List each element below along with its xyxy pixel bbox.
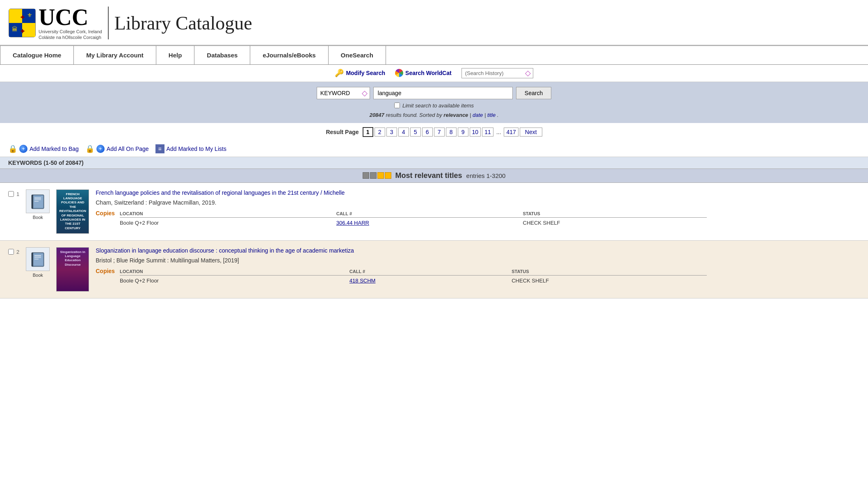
item-1-cover: FRENCH LANGUAGE POLICIES AND THE REVITAL… xyxy=(56,189,89,234)
call-number-link-2[interactable]: 418 SCHM xyxy=(349,278,376,284)
svg-rect-16 xyxy=(32,253,43,266)
modify-search-icon: 🔑 xyxy=(335,68,344,77)
book-label-1: Book xyxy=(33,215,43,220)
item-2-copies-table: Copies LOCATION CALL # STATUS Boole Q+2 … xyxy=(96,268,707,285)
item-2-copies-inner: LOCATION CALL # STATUS Boole Q+2 Floor 4… xyxy=(120,268,707,285)
pagination: Result Page 1 2 3 4 5 6 7 8 9 10 11 ... … xyxy=(0,123,868,141)
item-1-number: 1 xyxy=(16,191,19,197)
search-worldcat-link[interactable]: Search WorldCat xyxy=(395,69,452,77)
add-all-on-page-button[interactable]: 🔒 + Add All On Page xyxy=(85,144,149,153)
most-relevant-title: Most relevant titles xyxy=(395,171,462,180)
nav-item-catalogue-home[interactable]: Catalogue Home xyxy=(0,46,74,64)
item-1-checkbox[interactable] xyxy=(8,191,14,197)
status-header-1: STATUS xyxy=(523,210,707,218)
search-worldcat-label: Search WorldCat xyxy=(405,70,452,76)
item-2-content: Sloganization in language education disc… xyxy=(96,247,860,285)
item-1-title-link[interactable]: French language policies and the revital… xyxy=(96,189,860,196)
page-10[interactable]: 10 xyxy=(470,128,481,137)
add-marked-bag-icon: + xyxy=(19,145,27,153)
svg-text:✦: ✦ xyxy=(20,14,25,21)
search-input[interactable] xyxy=(373,87,513,99)
callnum-value-2: 418 SCHM xyxy=(349,275,512,285)
svg-rect-14 xyxy=(32,195,33,209)
logo-area: ✦ ✦ 🏛 ⚜ UCC University College Cork, Ire… xyxy=(8,6,252,41)
search-type-select[interactable]: KEYWORD TITLE AUTHOR SUBJECT xyxy=(317,87,370,99)
worldcat-icon xyxy=(395,69,403,77)
add-all-icon: + xyxy=(96,145,105,153)
book-label-2: Book xyxy=(33,273,43,278)
item-2-cover: Sloganization in Language Education Disc… xyxy=(56,247,89,292)
rel-icon-3 xyxy=(377,172,384,179)
add-all-label: Add All On Page xyxy=(107,146,149,152)
svg-rect-20 xyxy=(32,253,33,267)
svg-rect-10 xyxy=(32,196,43,208)
page-next[interactable]: Next xyxy=(520,128,542,137)
svg-text:🏛: 🏛 xyxy=(12,26,18,32)
limit-label: Limit search to available items xyxy=(402,103,474,109)
location-header-2: LOCATION xyxy=(120,268,349,276)
page-3[interactable]: 3 xyxy=(386,128,397,137)
page-8[interactable]: 8 xyxy=(446,128,457,137)
page-7[interactable]: 7 xyxy=(434,128,445,137)
nav-item-help[interactable]: Help xyxy=(156,46,195,64)
page-6[interactable]: 6 xyxy=(422,128,433,137)
actions-bar: 🔒 + Add Marked to Bag 🔒 + Add All On Pag… xyxy=(0,141,868,157)
svg-text:⚜: ⚜ xyxy=(27,12,32,18)
search-row: KEYWORD TITLE AUTHOR SUBJECT ◇ Search xyxy=(317,87,551,99)
page-ellipsis: ... xyxy=(495,128,503,136)
table-row: Boole Q+2 Floor 306.44 HARR CHECK SHELF xyxy=(120,217,707,228)
item-2-number: 2 xyxy=(16,249,19,255)
status-header-2: STATUS xyxy=(512,268,707,276)
sort-relevance: relevance xyxy=(443,112,468,118)
status-value-2: CHECK SHELF xyxy=(512,275,707,285)
item-2-checkbox[interactable] xyxy=(8,249,14,255)
page-11[interactable]: 11 xyxy=(482,128,493,137)
item-2-title-link[interactable]: Sloganization in language education disc… xyxy=(96,247,860,254)
item-2-publisher: Bristol ; Blue Ridge Summit : Multilingu… xyxy=(96,257,860,264)
call-number-link-1[interactable]: 306.44 HARR xyxy=(336,220,369,226)
search-bar: KEYWORD TITLE AUTHOR SUBJECT ◇ Search Li… xyxy=(0,82,868,123)
page-9[interactable]: 9 xyxy=(458,128,468,137)
modify-search-label: Modify Search xyxy=(346,70,385,76)
callnum-header-2: CALL # xyxy=(349,268,512,276)
item-1-content: French language policies and the revital… xyxy=(96,189,860,228)
most-relevant-bar: Most relevant titles entries 1-3200 xyxy=(0,169,868,183)
results-count: 20847 xyxy=(370,112,384,118)
copies-label-2: Copies xyxy=(96,268,120,285)
table-row: Boole Q+2 Floor 418 SCHM CHECK SHELF xyxy=(120,275,707,285)
add-marked-to-bag-button[interactable]: 🔒 + Add Marked to Bag xyxy=(8,144,79,153)
nav-item-my-library-account[interactable]: My Library Account xyxy=(74,46,156,64)
page-4[interactable]: 4 xyxy=(398,128,409,137)
result-item-1: 1 Book FRENCH LANGUAGE POLICIES AND THE … xyxy=(0,183,868,241)
page-2[interactable]: 2 xyxy=(375,128,385,137)
toolbar: 🔑 Modify Search Search WorldCat (Search … xyxy=(0,65,868,82)
lists-icon: ≡ xyxy=(155,144,164,153)
item-1-book-icon: Book xyxy=(26,189,50,220)
nav-item-databases[interactable]: Databases xyxy=(194,46,250,64)
header-divider xyxy=(108,7,109,39)
location-value-2: Boole Q+2 Floor xyxy=(120,275,349,285)
search-history-select[interactable]: (Search History) xyxy=(461,68,533,78)
limit-checkbox[interactable] xyxy=(394,103,400,108)
sort-date-link[interactable]: date xyxy=(473,112,483,118)
results-info: 20847 results found. Sorted by relevance… xyxy=(370,112,499,118)
page-5[interactable]: 5 xyxy=(410,128,421,137)
relevant-icons xyxy=(363,172,391,179)
callnum-value-1: 306.44 HARR xyxy=(336,217,523,228)
page-1[interactable]: 1 xyxy=(363,127,373,137)
header: ✦ ✦ 🏛 ⚜ UCC University College Cork, Ire… xyxy=(0,0,868,46)
search-type-wrapper: KEYWORD TITLE AUTHOR SUBJECT ◇ xyxy=(317,87,370,99)
add-to-lists-button[interactable]: ≡ Add Marked to My Lists xyxy=(155,144,226,153)
item-1-publisher: Cham, Switzerland : Palgrave Macmillan, … xyxy=(96,199,860,206)
modify-search-link[interactable]: 🔑 Modify Search xyxy=(335,68,385,77)
result-page-label: Result Page xyxy=(326,129,359,135)
item-1-copies-inner: LOCATION CALL # STATUS Boole Q+2 Floor 3… xyxy=(120,210,707,228)
page-last[interactable]: 417 xyxy=(504,128,518,137)
rel-icon-1 xyxy=(363,172,369,179)
search-button[interactable]: Search xyxy=(516,87,551,99)
nav-item-ejournals[interactable]: eJournals/eBooks xyxy=(250,46,328,64)
item-1-checkbox-area: 1 xyxy=(8,189,19,197)
sort-title-link[interactable]: title xyxy=(487,112,496,118)
nav-item-onesearch[interactable]: OneSearch xyxy=(329,46,386,64)
status-value-1: CHECK SHELF xyxy=(523,217,707,228)
